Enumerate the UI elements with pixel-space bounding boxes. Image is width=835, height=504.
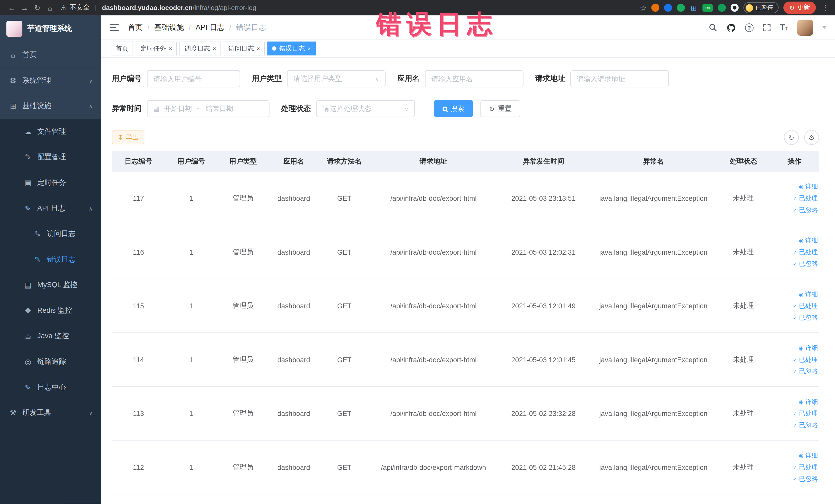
sidebar-item-access-log[interactable]: ✎ 访问日志	[0, 221, 101, 247]
ignored-link[interactable]: ✓已忽略	[793, 205, 818, 215]
process-status-select[interactable]: 请选择处理状态 ∨	[316, 100, 415, 117]
filter-row-2: 异常时间 ▦ 开始日期 ~ 结束日期 处理状态 请选择处理状态 ∨ 搜索	[112, 100, 819, 117]
user-id-input-field[interactable]	[154, 75, 234, 83]
search-icon[interactable]	[708, 23, 717, 32]
extension-grid-icon[interactable]: ⊞	[690, 4, 698, 12]
fullscreen-icon[interactable]	[762, 23, 771, 32]
sidebar-item-scheduled-jobs[interactable]: ▣ 定时任务	[0, 170, 101, 196]
tab-schedule-log[interactable]: 调度日志 ×	[180, 42, 221, 56]
processed-link[interactable]: ✓已处理	[793, 301, 818, 310]
sidebar-item-infrastructure[interactable]: ⊞ 基础设施 ∧	[0, 93, 101, 119]
refresh-button[interactable]: ↻	[784, 130, 799, 145]
chevron-down-icon[interactable]	[822, 26, 827, 29]
bookmark-star-icon[interactable]: ☆	[640, 3, 646, 12]
tab-access-log[interactable]: 访问日志 ×	[224, 42, 265, 56]
sidebar-item-mysql-monitor[interactable]: ▤ MySQL 监控	[0, 272, 101, 298]
github-icon[interactable]	[726, 23, 736, 32]
detail-link[interactable]: ◉详细	[799, 236, 818, 245]
detail-link[interactable]: ◉详细	[799, 343, 818, 352]
processed-link[interactable]: ✓已处理	[793, 409, 818, 418]
close-icon[interactable]: ×	[307, 45, 311, 52]
cell-request-url: /api/infra/db-doc/export-html	[370, 194, 497, 202]
back-icon[interactable]: ←	[5, 3, 18, 12]
processed-link[interactable]: ✓已处理	[793, 355, 818, 364]
search-button[interactable]: 搜索	[434, 100, 473, 117]
column-header: 用户类型	[217, 156, 269, 166]
security-label[interactable]: 不安全	[69, 3, 89, 12]
profile-paused-badge[interactable]: 已暂停	[744, 2, 778, 13]
breadcrumb-home[interactable]: 首页	[128, 23, 143, 32]
request-url-input[interactable]	[570, 70, 669, 87]
breadcrumb-api-log[interactable]: API 日志	[196, 23, 225, 32]
help-icon[interactable]: ?	[745, 23, 753, 32]
ignored-link[interactable]: ✓已忽略	[793, 259, 818, 268]
detail-link[interactable]: ◉详细	[799, 289, 818, 299]
action-label: 详细	[805, 451, 818, 460]
date-range-picker[interactable]: ▦ 开始日期 ~ 结束日期	[147, 100, 269, 117]
close-icon[interactable]: ×	[257, 45, 260, 52]
processed-link[interactable]: ✓已处理	[793, 463, 818, 472]
action-label: 已忽略	[799, 313, 818, 322]
table-row: 116 1 管理员 dashboard GET /api/infra/db-do…	[112, 225, 819, 279]
extension-icon[interactable]	[677, 4, 685, 12]
sidebar-item-dev-tools[interactable]: ⚒ 研发工具 ∨	[0, 400, 101, 426]
cell-request-url: /api/infra/db-doc/export-html	[370, 356, 497, 364]
processed-link[interactable]: ✓已处理	[793, 247, 818, 257]
ignored-link[interactable]: ✓已忽略	[793, 313, 818, 322]
ignored-link[interactable]: ✓已忽略	[793, 367, 818, 376]
close-icon[interactable]: ×	[169, 45, 172, 52]
browser-update-button[interactable]: ↻ 更新	[783, 2, 816, 14]
app-name-input-field[interactable]	[431, 75, 517, 83]
reset-button[interactable]: ↻ 重置	[480, 100, 520, 117]
sidebar-item-java-monitor[interactable]: ☕ Java 监控	[0, 323, 101, 349]
tabs-bar: 首页 定时任务 × 调度日志 × 访问日志 × 错误日志 ×	[101, 40, 835, 58]
detail-link[interactable]: ◉详细	[799, 182, 818, 191]
extension-icon[interactable]	[651, 4, 659, 12]
sidebar-item-home[interactable]: ⌂ 首页	[0, 42, 101, 68]
request-url-input-field[interactable]	[577, 75, 663, 83]
user-type-select[interactable]: 请选择用户类型 ∨	[287, 70, 386, 87]
browser-menu-icon[interactable]: ⋮	[821, 4, 830, 12]
sidebar-item-label: 首页	[22, 50, 37, 60]
cell-user-id: 1	[165, 356, 217, 364]
forward-icon[interactable]: →	[18, 3, 31, 12]
table-tools: ↻ ⚙	[778, 130, 819, 145]
sidebar-item-api-log[interactable]: ✎ API 日志 ∧	[0, 195, 101, 221]
app-header: 首页 / 基础设施 / API 日志 / 错误日志 ? TT	[101, 15, 835, 40]
app-name-input[interactable]	[425, 70, 524, 87]
ignored-link[interactable]: ✓已忽略	[793, 421, 818, 429]
font-size-icon[interactable]: TT	[780, 23, 788, 32]
processed-link[interactable]: ✓已处理	[793, 194, 818, 203]
browser-home-icon[interactable]: ⌂	[44, 3, 57, 12]
tab-error-log[interactable]: 错误日志 ×	[267, 42, 316, 56]
detail-link[interactable]: ◉详细	[799, 451, 818, 460]
tab-scheduled-jobs[interactable]: 定时任务 ×	[136, 42, 177, 56]
user-id-input[interactable]	[147, 70, 240, 87]
action-label: 已处理	[799, 194, 818, 203]
sidebar-toggle-icon[interactable]	[109, 24, 119, 31]
sidebar-item-file-management[interactable]: ☁ 文件管理	[0, 119, 101, 144]
extension-paw-icon[interactable]	[731, 4, 738, 12]
extension-icon[interactable]	[718, 4, 726, 12]
export-button[interactable]: ↧ 导出	[112, 130, 144, 144]
extension-icon[interactable]	[664, 4, 672, 12]
extension-on-badge[interactable]: on	[702, 4, 713, 12]
column-settings-button[interactable]: ⚙	[804, 130, 819, 145]
check-icon: ✓	[793, 195, 797, 201]
sidebar-item-error-log[interactable]: ✎ 错误日志	[0, 247, 101, 273]
address-bar[interactable]: ⚠ 不安全 | dashboard.yudao.iocoder.cn/infra…	[61, 3, 640, 12]
reload-icon[interactable]: ↻	[31, 3, 44, 12]
tab-home[interactable]: 首页	[111, 42, 133, 56]
avatar[interactable]	[797, 20, 813, 36]
sidebar-item-log-center[interactable]: ✎ 日志中心	[0, 375, 101, 400]
sidebar-item-redis-monitor[interactable]: ❖ Redis 监控	[0, 298, 101, 323]
sidebar-item-config-management[interactable]: ✎ 配置管理	[0, 144, 101, 170]
detail-link[interactable]: ◉详细	[799, 397, 818, 406]
ignored-link[interactable]: ✓已忽略	[793, 475, 818, 483]
eye-icon: ◉	[799, 237, 804, 243]
sidebar-item-tracing[interactable]: ◎ 链路追踪	[0, 349, 101, 375]
breadcrumb-infrastructure[interactable]: 基础设施	[154, 23, 184, 32]
close-icon[interactable]: ×	[213, 45, 216, 52]
action-label: 已处理	[799, 409, 818, 418]
sidebar-item-system[interactable]: ⚙ 系统管理 ∨	[0, 67, 101, 93]
